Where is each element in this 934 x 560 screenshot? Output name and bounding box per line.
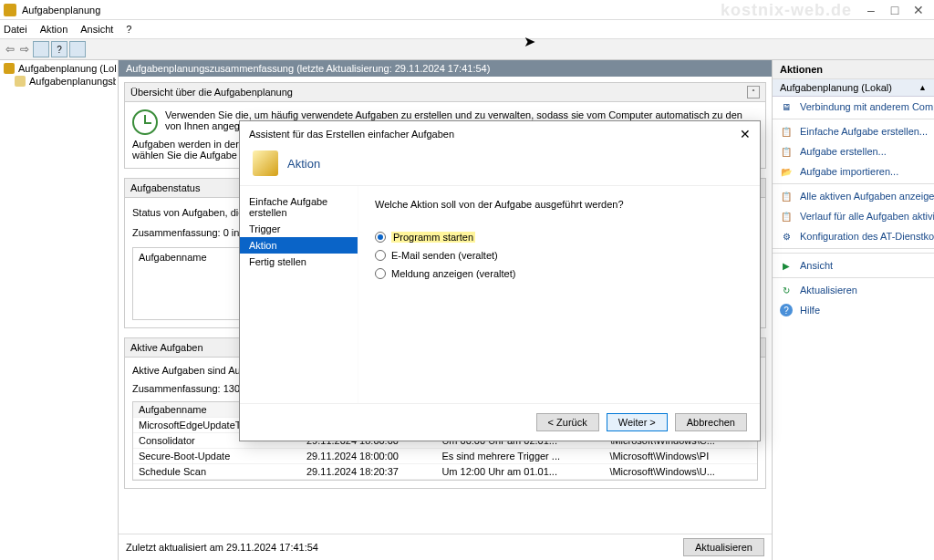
wizard-hero-icon: [253, 150, 278, 176]
tree-pane: Aufgabenplanung (Lokal) Aufgabenplanungs…: [0, 60, 119, 560]
wizard-back-button[interactable]: < Zurück: [536, 413, 599, 431]
table-cell: Es sind mehrere Trigger ...: [436, 449, 604, 464]
radio-icon: [375, 232, 386, 243]
folder-icon: [15, 76, 26, 87]
menu-action[interactable]: Aktion: [40, 24, 68, 35]
collapse-icon[interactable]: ▲: [918, 83, 927, 92]
table-cell: 29.11.2024 18:00:00: [301, 449, 436, 464]
overview-text-3: wählen Sie die Aufgabe: [132, 150, 237, 161]
action-icon: ⚙: [780, 230, 793, 243]
action-icon: 📋: [780, 125, 793, 138]
wizard-content: Welche Aktion soll von der Aufgabe ausge…: [358, 186, 760, 403]
table-cell: \Microsoft\Windows\PI: [604, 449, 757, 464]
actions-title: Aktionen: [773, 60, 934, 79]
action-item-label: Verbindung mit anderem Computer h...: [800, 101, 934, 112]
refresh-button[interactable]: Aktualisieren: [683, 538, 764, 556]
watermark: kostnix-web.de: [721, 1, 852, 20]
view-icon: ▶: [780, 259, 793, 272]
menu-view[interactable]: Ansicht: [80, 24, 113, 35]
wizard-nav: Einfache Aufgabe erstellenTriggerAktionF…: [240, 186, 358, 403]
overview-text-2: Aufgaben werden in der: [132, 139, 239, 150]
menu-file[interactable]: Datei: [4, 24, 27, 35]
actions-group-label: Aufgabenplanung (Lokal): [780, 82, 892, 93]
menubar: Datei Aktion Ansicht ?: [0, 20, 934, 38]
scheduler-icon: [4, 63, 15, 74]
radio-icon: [375, 250, 386, 261]
action-view[interactable]: ▶ Ansicht: [773, 255, 934, 275]
window-titlebar: Aufgabenplanung kostnix-web.de – □ ✕: [0, 0, 934, 20]
action-item-label: Alle aktiven Aufgaben anzeigen: [800, 191, 934, 202]
table-cell: Secure-Boot-Update: [133, 449, 301, 464]
action-icon: 📂: [780, 165, 793, 178]
wizard-radio-option[interactable]: E-Mail senden (veraltet): [375, 250, 743, 261]
footer-timestamp: Zuletzt aktualisiert am 29.11.2024 17:41…: [126, 542, 318, 553]
radio-label: Meldung anzeigen (veraltet): [391, 268, 515, 279]
table-row[interactable]: Secure-Boot-Update29.11.2024 18:00:00Es …: [133, 449, 757, 464]
action-icon: 📋: [780, 190, 793, 202]
tree-root-label: Aufgabenplanung (Lokal): [18, 63, 116, 74]
wizard-nav-step[interactable]: Fertig stellen: [240, 254, 358, 270]
wizard-nav-step[interactable]: Einfache Aufgabe erstellen: [240, 193, 358, 221]
action-refresh[interactable]: ↻ Aktualisieren: [773, 280, 934, 300]
action-item[interactable]: 📋Verlauf für alle Aufgaben aktivieren: [773, 206, 934, 226]
action-icon: 📋: [780, 210, 793, 223]
toolbar-btn-3[interactable]: [69, 41, 86, 57]
tree-library-label: Aufgabenplanungsbibliot: [29, 76, 116, 87]
wizard-nav-step[interactable]: Aktion: [240, 237, 358, 254]
action-item[interactable]: 📋Alle aktiven Aufgaben anzeigen: [773, 186, 934, 206]
action-item[interactable]: 📋Aufgabe erstellen...: [773, 141, 934, 161]
wizard-question: Welche Aktion soll von der Aufgabe ausge…: [375, 199, 743, 210]
nav-back-icon[interactable]: ⇦: [4, 43, 16, 56]
action-item[interactable]: 📂Aufgabe importieren...: [773, 161, 934, 181]
wizard-title: Assistent für das Erstellen einfacher Au…: [249, 129, 454, 140]
radio-icon: [375, 268, 386, 279]
action-item-label: Aufgabe erstellen...: [800, 146, 887, 157]
action-item[interactable]: ⚙Konfiguration des AT-Dienstkontos: [773, 226, 934, 246]
collapse-icon[interactable]: ˄: [747, 86, 760, 99]
wizard-radio-option[interactable]: Programm starten: [375, 232, 743, 243]
action-help-label: Hilfe: [800, 305, 820, 316]
actions-pane: Aktionen Aufgabenplanung (Lokal) ▲ 🖥Verb…: [772, 60, 934, 560]
action-help[interactable]: ? Hilfe: [773, 300, 934, 320]
tree-library[interactable]: Aufgabenplanungsbibliot: [2, 75, 116, 88]
help-icon: ?: [780, 304, 793, 316]
wizard-cancel-button[interactable]: Abbrechen: [675, 413, 747, 431]
action-item-label: Aufgabe importieren...: [800, 166, 898, 177]
table-cell: \Microsoft\Windows\U...: [604, 464, 757, 480]
close-button[interactable]: ✕: [912, 3, 925, 17]
overview-title: Übersicht über die Aufgabenplanung: [130, 87, 293, 98]
action-refresh-label: Aktualisieren: [800, 285, 857, 296]
tree-root[interactable]: Aufgabenplanung (Lokal): [2, 62, 116, 75]
table-row[interactable]: Schedule Scan29.11.2024 18:20:37Um 12:00…: [133, 464, 757, 480]
table-cell: Schedule Scan: [133, 464, 301, 480]
status-title: Aufgabenstatus: [130, 182, 200, 193]
nav-fwd-icon[interactable]: ⇨: [18, 43, 31, 56]
radio-label: E-Mail senden (veraltet): [391, 250, 498, 261]
toolbar: ⇦ ⇨ ?: [0, 38, 934, 60]
create-task-wizard: Assistent für das Erstellen einfacher Au…: [239, 120, 761, 441]
radio-label: Programm starten: [391, 232, 475, 243]
wizard-radio-option[interactable]: Meldung anzeigen (veraltet): [375, 268, 743, 279]
action-item[interactable]: 🖥Verbindung mit anderem Computer h...: [773, 97, 934, 117]
summary-header: Aufgabenplanungszusammenfassung (letzte …: [119, 60, 772, 77]
action-item-label: Einfache Aufgabe erstellen...: [800, 126, 928, 137]
toolbar-btn-1[interactable]: [33, 41, 49, 57]
toolbar-btn-2[interactable]: ?: [51, 41, 67, 57]
table-cell: 29.11.2024 18:20:37: [301, 464, 436, 480]
actions-group-header: Aufgabenplanung (Lokal) ▲: [773, 79, 934, 97]
app-icon: [4, 4, 16, 16]
clock-icon: [132, 109, 158, 135]
menu-help[interactable]: ?: [126, 24, 131, 35]
action-item[interactable]: 📋Einfache Aufgabe erstellen...: [773, 121, 934, 141]
action-icon: 📋: [780, 145, 793, 158]
maximize-button[interactable]: □: [888, 3, 901, 17]
action-icon: 🖥: [780, 100, 793, 113]
wizard-heading: Aktion: [287, 157, 320, 171]
wizard-close-button[interactable]: ✕: [740, 127, 751, 141]
wizard-next-button[interactable]: Weiter >: [607, 413, 668, 431]
refresh-icon: ↻: [780, 284, 793, 296]
action-item-label: Konfiguration des AT-Dienstkontos: [800, 231, 934, 242]
wizard-nav-step[interactable]: Trigger: [240, 221, 358, 237]
minimize-button[interactable]: –: [865, 3, 877, 17]
action-view-label: Ansicht: [800, 260, 833, 271]
